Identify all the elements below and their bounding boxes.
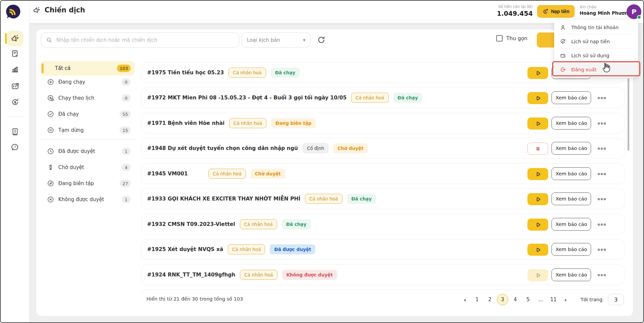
wallet-icon [560,52,566,59]
row-more-menu[interactable] [596,272,609,278]
page-title: Chiến dịch [33,6,85,14]
script-type-select-label: Loại kịch bản [247,37,280,43]
next-page-button[interactable]: › [561,296,571,304]
filter-count: 4 [122,164,131,171]
filter-pending[interactable]: Chờ duyệt 4 [41,160,135,175]
goto-page-label: Tới trang [581,297,602,302]
script-type-select[interactable]: Loại kịch bản ▾ [241,32,311,48]
menu-item-account-info[interactable]: Thông tin tài khoản [554,20,638,34]
campaign-row: #1948 Dự xét duyệt tuyển chọn công dân n… [141,138,625,159]
pagination-summary: Hiển thị từ 21 đến 30 trong tổng số 103 [146,296,243,302]
sidebar-item-api[interactable] [11,82,19,91]
prev-page-button[interactable]: ‹ [460,296,470,304]
coin-history-icon: $ [560,38,566,45]
view-report-button[interactable]: Xem báo cáo [552,192,591,205]
refresh-button[interactable] [317,35,326,44]
page-number[interactable]: 4 [510,294,521,305]
top-header: Chiến dịch Số tiền còn lại (Đ) 1.049.454… [29,1,643,23]
pause-button[interactable] [527,143,548,155]
play-button[interactable] [527,219,548,231]
page-number[interactable]: 1 [471,294,483,305]
sidebar-item-scripts[interactable] [11,49,19,58]
edit-circle-icon [47,180,54,187]
filter-editing[interactable]: Đang biên tập 27 [41,176,135,191]
row-more-menu[interactable] [596,246,609,253]
row-more-menu[interactable] [596,171,609,177]
view-report-button[interactable]: Xem báo cáo [552,167,591,180]
sidebar-item-help[interactable]: ? [11,143,19,152]
user-greeting[interactable]: Xin chào Hoàng Minh Phương [580,5,631,16]
view-report-button[interactable]: Xem báo cáo [552,142,591,155]
more-dots-icon [596,95,609,101]
campaign-status-badge: Không được duyệt [282,270,337,280]
play-button-disabled[interactable] [527,269,548,281]
page-number[interactable]: 5 [522,294,534,305]
filter-running[interactable]: Đang chạy 0 [41,75,135,89]
filter-scheduled[interactable]: Chạy theo lịch 0 [41,91,135,105]
row-more-menu[interactable] [596,120,609,127]
more-dots-icon [596,120,609,127]
row-more-menu[interactable] [596,196,609,203]
filter-finished[interactable]: Đã chạy 55 [41,107,135,122]
campaign-title: #1932 CMSN T09.2023-Viettel [147,221,235,227]
filter-all[interactable]: Tất cả 103 [41,61,135,76]
campaign-status-badge: Đã chạy [347,194,376,204]
scheduled-play-icon [47,94,54,102]
more-dots-icon [596,246,609,253]
filter-rejected[interactable]: Không được duyệt 1 [41,192,135,207]
play-button[interactable] [527,193,548,205]
play-icon [534,221,541,228]
app-logo-icon[interactable] [5,4,21,20]
campaign-row: #1924 RNK_TT_TM_1409gfhgh Cá nhân hoá Kh… [141,264,625,285]
clock-icon [47,148,54,155]
row-more-menu[interactable] [596,145,609,152]
play-button[interactable] [527,92,548,104]
sidebar-item-reports[interactable] [11,65,19,74]
page-number[interactable]: 11 [548,294,559,305]
topup-button[interactable]: $ Nạp tiền [537,5,575,18]
view-report-button[interactable]: Xem báo cáo [552,218,591,231]
campaign-row: #1932 CMSN T09.2023-Viettel Cá nhân hoá … [141,214,625,235]
view-report-button[interactable]: Xem báo cáo [552,243,591,256]
page-ellipsis: ... [535,294,546,305]
filter-paused[interactable]: Tạm dừng 15 [41,123,135,138]
svg-text:$: $ [545,10,546,13]
collapse-toggle[interactable]: Thu gọn [496,35,527,42]
avatar-initial: P [632,8,637,16]
sidebar-item-transactions[interactable]: $ [11,98,19,106]
play-button[interactable] [527,117,548,130]
play-button[interactable] [527,244,548,256]
sidebar-item-docs[interactable] [11,127,19,136]
page-number-active[interactable]: 3 [497,294,508,305]
row-more-menu[interactable] [596,95,609,101]
campaign-type-badge: Cá nhân hoá [229,118,266,128]
play-icon [534,70,541,77]
campaign-type-badge: Cá nhân hoá [305,194,342,204]
campaign-status-badge: Đã chạy [271,68,300,78]
view-report-button[interactable]: Xem báo cáo [552,117,591,130]
menu-item-topup-history[interactable]: $ Lịch sử nạp tiền [554,34,638,48]
greeting-label: Xin chào [580,5,631,9]
menu-item-usage-history[interactable]: Lịch sử sử dụng [554,49,638,62]
page-number[interactable]: 2 [484,294,496,305]
goto-page-input[interactable] [608,294,624,305]
search-input[interactable] [56,37,234,44]
play-button[interactable] [527,67,548,79]
balance-label: Số tiền còn lại (Đ) [480,4,533,9]
refresh-icon [317,35,326,44]
collapse-checkbox[interactable] [496,35,503,42]
filter-label: Tạm dừng [58,127,84,133]
campaign-type-badge: Cá nhân hoá [240,270,277,280]
view-report-button[interactable]: Xem báo cáo [552,91,591,104]
row-more-menu[interactable] [596,221,609,228]
play-button[interactable] [527,168,548,180]
user-dropdown-menu: Thông tin tài khoản $ Lịch sử nạp tiền L… [554,20,638,77]
scrollbar-thumb[interactable] [628,78,629,151]
view-report-button[interactable]: Xem báo cáo [552,268,591,281]
pagination: ‹ 1 2 3 4 5 ... 11 › Tới trang [460,294,624,306]
menu-item-logout[interactable]: Đăng xuất [554,63,638,76]
balance-value: 1.049.454 [480,10,533,17]
filter-approved[interactable]: Đã được duyệt 1 [41,144,135,159]
sidebar-item-campaigns[interactable] [7,31,23,46]
more-dots-icon [596,171,609,177]
